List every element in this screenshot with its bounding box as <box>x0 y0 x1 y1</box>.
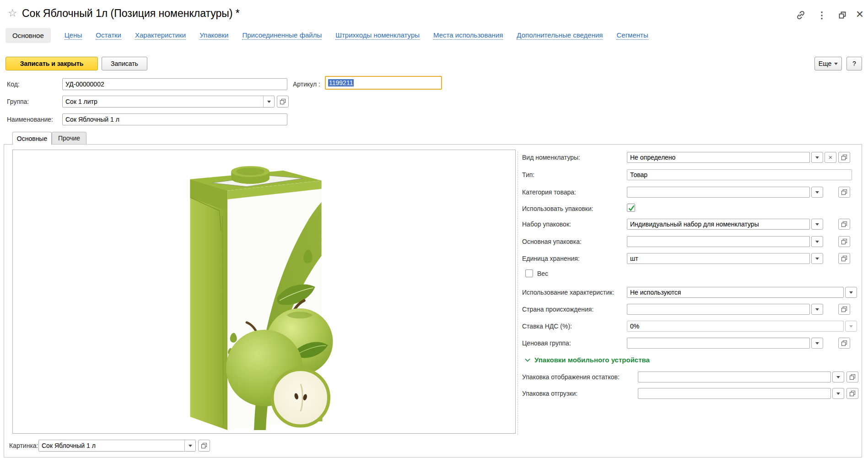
otgruzki-dropdown-button[interactable] <box>832 388 844 399</box>
osnovnaya-upakovka-field[interactable] <box>627 236 810 247</box>
nabor-upakovok-field[interactable]: Индивидуальный набор для номенклатуры <box>627 219 810 230</box>
checkmark-icon <box>627 204 636 212</box>
chevron-down-icon <box>815 156 819 159</box>
close-window-icon[interactable]: × <box>853 6 867 22</box>
strana-dropdown-button[interactable] <box>811 304 823 315</box>
tsenovaya-dropdown-button[interactable] <box>811 338 823 349</box>
kharakteristiki-dropdown-button[interactable] <box>845 287 857 298</box>
tab-shtrikhkody[interactable]: Штрихкоды номенклатуры <box>335 31 420 40</box>
tip-value: Товар <box>630 170 647 180</box>
picture-open-button[interactable] <box>198 440 210 452</box>
group-label: Группа: <box>7 98 29 105</box>
upakovka-otobrazheniya-field[interactable] <box>638 371 831 382</box>
vid-nomenklatury-value: Не определено <box>630 152 675 162</box>
tab-upakovki[interactable]: Упаковки <box>199 31 228 40</box>
tab-mesta-ispolzovaniya[interactable]: Места использования <box>433 31 503 40</box>
picture-combo[interactable]: Сок Яблочный 1 л <box>38 440 196 452</box>
upakovka-otgruzki-field[interactable] <box>638 388 831 399</box>
link-icon[interactable] <box>793 8 809 22</box>
picture-dropdown-button[interactable] <box>184 440 195 451</box>
otobrazheniya-open-button[interactable] <box>846 371 858 382</box>
open-in-list-icon <box>841 189 847 195</box>
chevron-down-icon <box>849 325 853 328</box>
mobile-packages-section-header[interactable]: Упаковки мобильного устройства <box>524 356 650 364</box>
restore-glyph <box>838 11 847 20</box>
otobrazheniya-dropdown-button[interactable] <box>832 371 844 382</box>
chevron-down-icon <box>815 308 819 311</box>
nabor-open-button[interactable] <box>838 219 850 230</box>
subtab-osnovnye[interactable]: Основные <box>12 132 52 145</box>
ves-checkbox[interactable] <box>525 269 533 277</box>
group-open-button[interactable] <box>277 96 289 108</box>
open-in-list-icon <box>841 255 847 262</box>
nav-tabs: Основное Цены Остатки Характеристики Упа… <box>5 27 648 44</box>
open-in-list-icon <box>201 442 207 449</box>
open-in-list-icon <box>849 390 856 397</box>
chevron-down-icon <box>836 376 840 378</box>
vid-clear-button[interactable]: × <box>825 152 836 163</box>
tab-osnovnoe[interactable]: Основное <box>5 28 51 43</box>
tsenovaya-gruppa-field[interactable] <box>627 338 810 349</box>
tab-segmenty[interactable]: Сегменты <box>616 31 648 40</box>
ispolzovat-upakovki-checkbox[interactable] <box>627 204 635 212</box>
tab-prisoedinennye-fayly[interactable]: Присоединенные файлы <box>242 31 322 40</box>
kategoriya-field[interactable] <box>627 187 810 198</box>
vid-nomenklatury-label: Вид номенклатуры: <box>522 154 580 161</box>
chevron-down-icon <box>815 241 819 243</box>
tab-kharakteristiki[interactable]: Характеристики <box>135 31 186 40</box>
help-button[interactable]: ? <box>846 57 862 70</box>
picture-label: Картинка: <box>9 442 38 449</box>
tsenovaya-gruppa-label: Ценовая группа: <box>522 339 571 347</box>
otgruzki-open-button[interactable] <box>846 388 858 399</box>
article-label: Артикул : <box>293 81 320 88</box>
vid-nomenklatury-field[interactable]: Не определено <box>627 152 810 163</box>
group-combo[interactable]: Сок 1 литр <box>62 96 275 108</box>
more-button-label: Еще <box>819 60 832 67</box>
group-dropdown-button[interactable] <box>263 96 274 107</box>
code-label: Код: <box>7 81 20 88</box>
tab-dopolnitelnye-svedeniya[interactable]: Дополнительные сведения <box>517 31 603 40</box>
nabor-upakovok-value: Индивидуальный набор для номенклатуры <box>630 219 759 229</box>
juice-carton-image <box>13 150 515 433</box>
edinitsa-khraneniya-field[interactable]: шт <box>627 253 810 264</box>
ispolzovanie-kharakteristik-field[interactable]: Не используются <box>627 287 844 298</box>
more-menu-icon[interactable]: ⋮ <box>816 8 828 22</box>
strana-open-button[interactable] <box>838 304 850 315</box>
ispolzovanie-kharakteristik-label: Использование характеристик: <box>522 289 614 296</box>
tip-field[interactable]: Товар <box>627 169 852 180</box>
name-value: Сок Яблочный 1 л <box>65 114 119 125</box>
tab-ostatki[interactable]: Остатки <box>96 31 121 40</box>
vid-open-button[interactable] <box>838 152 850 163</box>
osnovnaya-open-button[interactable] <box>838 236 850 247</box>
chevron-down-icon <box>815 342 819 345</box>
restore-window-icon[interactable] <box>836 8 849 22</box>
stavka-nds-value: 0% <box>630 321 639 331</box>
save-and-close-button[interactable]: Записать и закрыть <box>5 57 98 70</box>
ispolzovanie-kharakteristik-value: Не используются <box>630 287 681 297</box>
code-input[interactable]: УД-00000002 <box>62 78 287 90</box>
article-value-selected: 1199211 <box>328 79 354 86</box>
strana-field[interactable] <box>627 304 810 315</box>
edinitsa-open-button[interactable] <box>838 253 850 264</box>
more-button[interactable]: Еще <box>814 57 842 70</box>
chevron-down-icon <box>189 445 192 447</box>
chevron-down-icon <box>524 357 531 363</box>
name-input[interactable]: Сок Яблочный 1 л <box>62 113 287 125</box>
vid-dropdown-button[interactable] <box>811 152 823 163</box>
kategoriya-dropdown-button[interactable] <box>811 187 823 198</box>
page-title: Сок Яблочный 1л (Позиция номенклатуры) * <box>22 7 240 20</box>
article-input[interactable]: 1199211 <box>325 76 442 90</box>
kategoriya-open-button[interactable] <box>838 187 850 198</box>
tab-tseny[interactable]: Цены <box>65 31 82 40</box>
tsenovaya-open-button[interactable] <box>838 338 850 349</box>
edinitsa-dropdown-button[interactable] <box>811 253 823 264</box>
open-in-list-icon <box>841 238 847 245</box>
upakovka-otgruzki-label: Упаковка отгрузки: <box>522 390 577 397</box>
subtab-prochie[interactable]: Прочие <box>52 132 86 145</box>
kategoriya-label: Категория товара: <box>522 188 576 196</box>
osnovnaya-dropdown-button[interactable] <box>811 236 823 247</box>
stavka-nds-field[interactable]: 0% <box>627 321 844 332</box>
save-button[interactable]: Записать <box>102 57 147 70</box>
favorite-star-icon[interactable]: ☆ <box>8 8 17 18</box>
nabor-dropdown-button[interactable] <box>811 219 823 230</box>
